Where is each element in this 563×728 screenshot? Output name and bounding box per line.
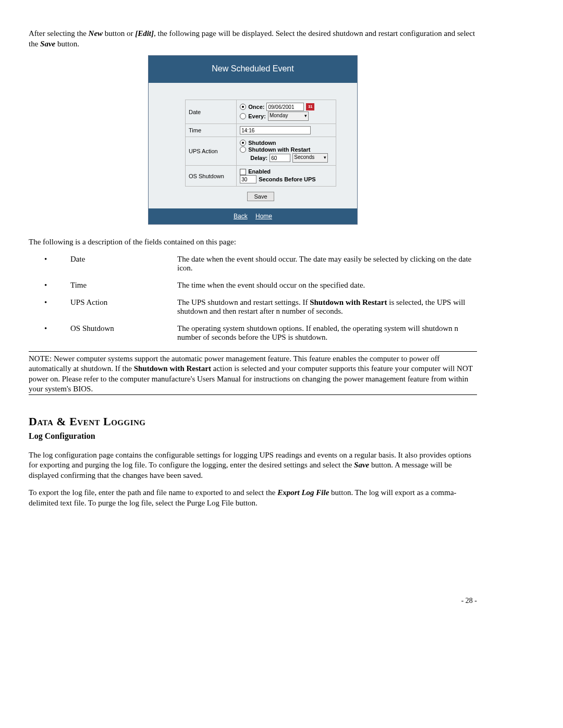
note-paragraph: NOTE: Newer computer systems support the… bbox=[29, 354, 477, 394]
log-paragraph-1: The log configuration page contains the … bbox=[29, 450, 477, 481]
delay-unit-select[interactable]: Seconds bbox=[292, 153, 328, 163]
every-label: Every: bbox=[248, 113, 266, 119]
seconds-before-input[interactable] bbox=[240, 175, 256, 183]
desc-term-ups: UPS Action bbox=[70, 298, 177, 316]
time-input[interactable] bbox=[240, 126, 311, 134]
desc-term-date: Date bbox=[70, 255, 177, 273]
shutdown-radio[interactable] bbox=[240, 140, 246, 146]
desc-text-os: The operating system shutdown options. I… bbox=[177, 324, 477, 342]
os-shutdown-label: OS Shutdown bbox=[186, 166, 237, 187]
scheduled-event-dialog: New Scheduled Event Date Once: 31 bbox=[148, 55, 358, 225]
desc-text-date: The date when the event should occur. Th… bbox=[177, 255, 477, 273]
page-number: - 28 - bbox=[29, 597, 477, 605]
desc-term-time: Time bbox=[70, 281, 177, 290]
desc-intro: The following is a description of the fi… bbox=[29, 237, 477, 248]
desc-text-time: The time when the event should occur on … bbox=[177, 281, 477, 290]
dialog-footer: Back Home bbox=[149, 208, 357, 224]
new-button-ref: New bbox=[89, 29, 103, 38]
enabled-label: Enabled bbox=[248, 168, 271, 175]
every-select[interactable]: Monday bbox=[268, 112, 309, 121]
once-radio[interactable] bbox=[240, 104, 246, 110]
delay-input[interactable] bbox=[270, 154, 290, 162]
sub-heading: Log Configuration bbox=[29, 431, 477, 441]
save-button-ref: Save bbox=[40, 40, 55, 48]
desc-text-ups: The UPS shutdown and restart settings. I… bbox=[177, 298, 477, 316]
once-date-input[interactable] bbox=[266, 103, 304, 111]
save-button[interactable]: Save bbox=[247, 192, 274, 201]
home-link[interactable]: Home bbox=[255, 213, 272, 220]
ups-action-label: UPS Action bbox=[186, 137, 237, 166]
log-paragraph-2: To export the log file, enter the path a… bbox=[29, 488, 477, 508]
date-label: Date bbox=[186, 100, 237, 124]
enabled-checkbox[interactable] bbox=[240, 169, 246, 175]
rule-bottom bbox=[29, 394, 477, 395]
shutdown-restart-option: Shutdown with Restart bbox=[248, 146, 310, 153]
calendar-icon[interactable]: 31 bbox=[306, 103, 314, 110]
dialog-title: New Scheduled Event bbox=[149, 56, 357, 83]
delay-label: Delay: bbox=[250, 155, 267, 161]
desc-term-os: OS Shutdown bbox=[70, 324, 177, 342]
rule-top bbox=[29, 351, 477, 352]
time-label: Time bbox=[186, 124, 237, 137]
shutdown-option: Shutdown bbox=[248, 140, 276, 146]
edit-link-ref: [Edit] bbox=[135, 29, 154, 38]
back-link[interactable]: Back bbox=[234, 213, 248, 220]
shutdown-restart-radio[interactable] bbox=[240, 146, 246, 153]
section-heading: Data & Event Logging bbox=[29, 415, 477, 428]
field-descriptions: • Date The date when the event should oc… bbox=[29, 255, 477, 342]
every-radio[interactable] bbox=[240, 113, 246, 119]
seconds-before-label: Seconds Before UPS bbox=[259, 176, 315, 182]
intro-paragraph: After selecting the New button or [Edit]… bbox=[29, 29, 477, 49]
once-label: Once: bbox=[248, 104, 264, 110]
